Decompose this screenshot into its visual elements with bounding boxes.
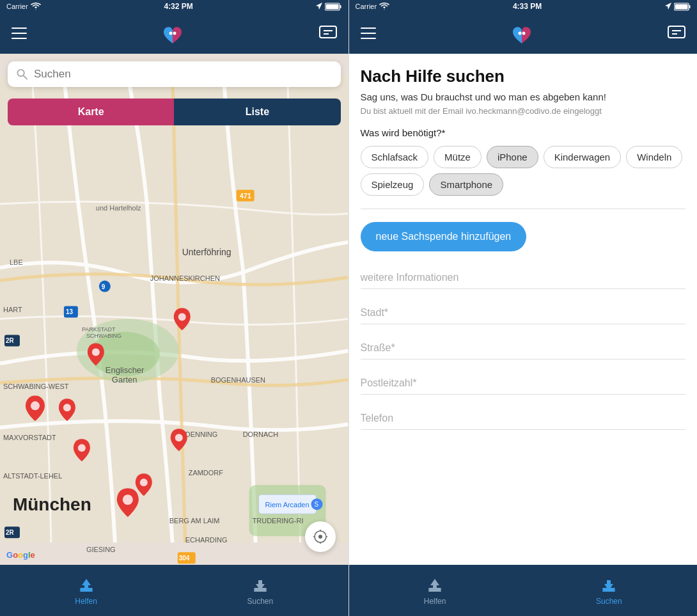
- weitere-info-field: [361, 267, 686, 289]
- menu-button-right[interactable]: [361, 28, 376, 39]
- svg-text:304: 304: [179, 555, 190, 562]
- svg-point-61: [78, 444, 86, 452]
- tag-iphone[interactable]: iPhone: [487, 146, 538, 168]
- weitere-info-input[interactable]: [361, 267, 686, 289]
- left-phone: Carrier 4:32 PM: [0, 0, 348, 616]
- svg-text:TRUDERING-RI: TRUDERING-RI: [253, 517, 304, 525]
- plz-input[interactable]: [361, 372, 686, 395]
- location-icon-right: [665, 3, 671, 10]
- map-tabs: Karte Liste: [8, 99, 341, 125]
- chat-icon-right[interactable]: [668, 26, 685, 41]
- tag-kinderwagen[interactable]: Kinderwagen: [544, 146, 622, 168]
- svg-rect-3: [326, 4, 339, 9]
- tab-suchen-right[interactable]: Suchen: [583, 570, 635, 611]
- svg-text:PARKSTADT: PARKSTADT: [82, 326, 116, 333]
- svg-line-10: [23, 75, 27, 79]
- what-needed-label: Was wird benötigt?*: [361, 127, 686, 138]
- svg-rect-6: [320, 26, 336, 38]
- svg-text:HART: HART: [3, 306, 22, 313]
- svg-text:Englischer: Englischer: [106, 365, 145, 375]
- tab-helfen-label-left: Helfen: [75, 597, 97, 606]
- logo-left: [159, 19, 187, 47]
- svg-point-64: [140, 478, 148, 486]
- menu-button-left[interactable]: [12, 28, 27, 39]
- telefon-field: [361, 407, 686, 430]
- tab-helfen-right[interactable]: Helfen: [411, 570, 459, 611]
- form-title: Nach Hilfe suchen: [361, 67, 686, 86]
- helfen-icon-left: [77, 575, 96, 594]
- svg-point-82: [518, 32, 521, 35]
- svg-text:ZAMDORF: ZAMDORF: [189, 469, 224, 477]
- stadt-input[interactable]: [361, 302, 686, 324]
- svg-point-59: [92, 348, 100, 356]
- battery-icon-right: [674, 3, 691, 11]
- tag-muetze[interactable]: Mütze: [434, 146, 482, 168]
- right-nav-bar: [349, 13, 698, 54]
- tag-schlafsack[interactable]: Schlafsack: [361, 146, 429, 168]
- search-input[interactable]: [34, 68, 331, 81]
- add-sachspende-button[interactable]: neue Sachspende hinzufügen: [361, 222, 527, 251]
- svg-rect-2: [340, 5, 341, 8]
- carrier-right: Carrier: [356, 3, 377, 10]
- svg-marker-88: [430, 579, 439, 589]
- left-status-bar: Carrier 4:32 PM: [0, 0, 348, 13]
- svg-point-60: [178, 313, 186, 320]
- left-nav-bar: [0, 13, 348, 54]
- svg-text:JOHANNESKIRCHEN: JOHANNESKIRCHEN: [150, 274, 220, 282]
- svg-text:ALTSTADT-LEHEL: ALTSTADT-LEHEL: [3, 472, 62, 480]
- location-icon-left: [316, 3, 322, 10]
- svg-text:2R: 2R: [6, 529, 14, 536]
- tag-spielzeug[interactable]: Spielzeug: [361, 173, 425, 196]
- tab-suchen-left[interactable]: Suchen: [235, 570, 286, 611]
- strasse-field: [361, 337, 686, 359]
- karte-tab[interactable]: Karte: [8, 99, 174, 125]
- svg-text:2R: 2R: [6, 337, 14, 344]
- right-status-left: Carrier: [356, 3, 390, 10]
- form-content: Nach Hilfe suchen Sag uns, was Du brauch…: [349, 54, 698, 565]
- svg-point-4: [169, 32, 173, 35]
- svg-rect-80: [689, 5, 690, 8]
- wifi-icon-left: [31, 3, 41, 10]
- svg-text:Riem Arcaden: Riem Arcaden: [265, 501, 309, 509]
- map-background: und Hartelholz LBE HART Unterföhring SCH…: [0, 54, 348, 565]
- svg-text:und Hartelholz: und Hartelholz: [96, 204, 141, 212]
- svg-text:LBE: LBE: [10, 258, 23, 266]
- svg-text:9: 9: [102, 283, 106, 290]
- suchen-icon-left: [251, 575, 270, 594]
- search-bar[interactable]: [8, 61, 341, 87]
- left-tab-bar: Helfen Suchen: [0, 565, 348, 616]
- svg-point-57: [31, 401, 40, 410]
- google-logo: Google: [6, 550, 35, 560]
- tags-container: Schlafsack Mütze iPhone Kinderwagen Wind…: [361, 146, 686, 196]
- chat-icon-left[interactable]: [319, 26, 337, 41]
- search-bar-container: [8, 61, 341, 87]
- logo-right: [508, 19, 536, 47]
- svg-text:Garten: Garten: [112, 375, 137, 384]
- strasse-input[interactable]: [361, 337, 686, 359]
- tab-helfen-left[interactable]: Helfen: [62, 570, 110, 611]
- svg-rect-74: [80, 590, 93, 592]
- svg-rect-89: [428, 590, 441, 592]
- helfen-icon-right: [425, 575, 444, 594]
- tag-windeln[interactable]: Windeln: [626, 146, 682, 168]
- right-status-right: [665, 3, 691, 11]
- liste-tab[interactable]: Liste: [174, 99, 340, 125]
- form-subtitle: Sag uns, was Du brauchst und wo man es a…: [361, 91, 686, 102]
- tag-smartphone[interactable]: Smartphone: [429, 173, 503, 196]
- carrier-left: Carrier: [6, 3, 28, 10]
- right-status-bar: Carrier 4:33 PM: [349, 0, 698, 13]
- svg-text:13: 13: [66, 308, 74, 315]
- svg-text:DORNACH: DORNACH: [243, 430, 279, 438]
- tab-helfen-label-right: Helfen: [424, 597, 446, 606]
- location-button[interactable]: [305, 521, 336, 552]
- form-divider-1: [361, 209, 686, 209]
- svg-text:BERG AM LAIM: BERG AM LAIM: [169, 517, 220, 525]
- svg-text:SCHWABING: SCHWABING: [86, 333, 121, 339]
- suchen-icon-right: [599, 575, 618, 594]
- svg-rect-81: [675, 4, 687, 9]
- svg-text:S: S: [315, 501, 319, 508]
- svg-point-83: [522, 32, 525, 35]
- svg-point-67: [318, 535, 322, 539]
- left-status-left: Carrier: [6, 3, 41, 10]
- telefon-input[interactable]: [361, 407, 686, 430]
